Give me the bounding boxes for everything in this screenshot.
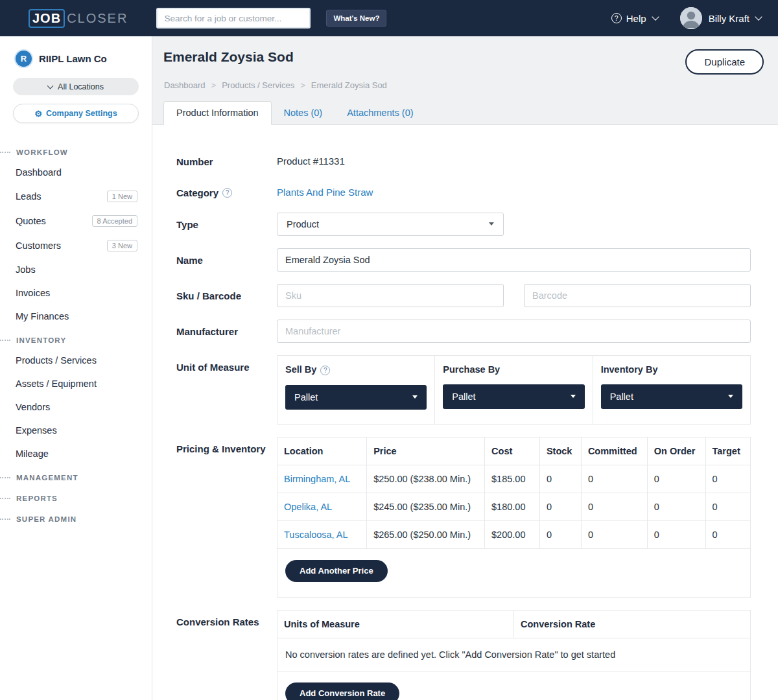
manufacturer-input[interactable] <box>277 320 751 343</box>
sidebar-section-workflow: WORKFLOW <box>0 140 152 161</box>
inventory-by-column: Inventory By Pallet <box>593 356 750 424</box>
pricing-header-row: Location Price Cost Stock Committed On O… <box>277 438 750 465</box>
sidebar-section-reports[interactable]: REPORTS <box>0 486 152 507</box>
sidebar-item-label: My Finances <box>16 311 69 321</box>
conversion-header-row: Units of Measure Conversion Rate <box>277 611 750 638</box>
on-order-cell: 0 <box>647 465 705 493</box>
number-label: Number <box>176 150 277 169</box>
app-logo[interactable]: JOB CLOSER <box>29 9 128 28</box>
sidebar-item-leads[interactable]: Leads 1 New <box>0 184 152 209</box>
sidebar-item-my-finances[interactable]: My Finances <box>0 305 152 328</box>
sidebar-item-label: Mileage <box>16 449 49 459</box>
category-row: Category Plants And Pine Straw <box>176 181 751 200</box>
price-cell: $250.00 ($238.00 Min.) <box>367 465 485 493</box>
sidebar-item-label: Invoices <box>16 288 50 298</box>
sidebar-section-management[interactable]: MANAGEMENT <box>0 465 152 486</box>
sidebar-item-quotes[interactable]: Quotes 8 Accepted <box>0 209 152 233</box>
sidebar-section-super-admin[interactable]: SUPER ADMIN <box>0 507 152 528</box>
category-label-text: Category <box>176 187 218 200</box>
number-value: Product #11331 <box>277 150 751 169</box>
sidebar-item-mileage[interactable]: Mileage <box>0 442 152 465</box>
breadcrumb-products-services[interactable]: Products / Services <box>222 80 294 90</box>
sidebar-item-label: Leads <box>16 191 41 202</box>
sidebar-item-customers[interactable]: Customers 3 New <box>0 233 152 258</box>
help-label: Help <box>626 13 646 24</box>
tab-attachments[interactable]: Attachments (0) <box>335 102 425 124</box>
location-selector[interactable]: All Locations <box>13 78 139 95</box>
col-stock: Stock <box>539 438 581 465</box>
sidebar-item-products-services[interactable]: Products / Services <box>0 349 152 372</box>
whats-new-button[interactable]: What's New? <box>326 10 386 27</box>
logo-primary-text: JOB <box>29 9 65 28</box>
sidebar-item-label: Dashboard <box>16 167 62 178</box>
target-cell: 0 <box>705 465 750 493</box>
global-search-input[interactable] <box>156 8 311 29</box>
unit-of-measure-block: Sell By Pallet Purchase By Pallet <box>277 355 751 425</box>
sidebar-item-expenses[interactable]: Expenses <box>0 419 152 442</box>
category-link[interactable]: Plants And Pine Straw <box>277 187 373 198</box>
sidebar-item-label: Vendors <box>16 402 50 412</box>
help-icon <box>611 13 622 23</box>
breadcrumb-dashboard[interactable]: Dashboard <box>164 80 206 90</box>
breadcrumb-separator: > <box>300 80 305 90</box>
table-row: Tuscaloosa, AL $265.00 ($250.00 Min.) $2… <box>277 520 750 548</box>
page-title: Emerald Zoysia Sod <box>163 49 294 65</box>
conversion-empty-state: No conversion rates are defined yet. Cli… <box>277 638 750 671</box>
tab-product-information[interactable]: Product Information <box>163 101 272 125</box>
barcode-input[interactable] <box>524 284 751 307</box>
cost-cell: $185.00 <box>485 465 540 493</box>
col-cost: Cost <box>485 438 540 465</box>
sell-by-select[interactable]: Pallet <box>285 385 427 410</box>
purchase-by-value: Pallet <box>452 391 475 402</box>
chevron-down-icon <box>652 13 659 20</box>
location-link[interactable]: Tuscaloosa, AL <box>284 530 348 540</box>
inventory-by-select[interactable]: Pallet <box>601 384 742 409</box>
manufacturer-label: Manufacturer <box>176 320 277 343</box>
type-select[interactable]: Product <box>277 213 504 236</box>
sidebar-item-jobs[interactable]: Jobs <box>0 258 152 281</box>
help-menu[interactable]: Help <box>611 13 658 24</box>
sidebar-item-label: Quotes <box>16 216 46 226</box>
category-help-icon[interactable] <box>222 188 232 198</box>
committed-cell: 0 <box>581 465 647 493</box>
company-settings-button[interactable]: Company Settings <box>13 104 139 123</box>
on-order-cell: 0 <box>647 520 705 548</box>
tab-notes[interactable]: Notes (0) <box>272 102 335 124</box>
duplicate-button[interactable]: Duplicate <box>685 49 764 75</box>
type-label: Type <box>176 213 277 236</box>
type-select-value: Product <box>287 219 319 229</box>
sidebar-item-invoices[interactable]: Invoices <box>0 281 152 305</box>
location-link[interactable]: Birmingham, AL <box>284 474 350 484</box>
category-label: Category <box>176 181 277 200</box>
name-input[interactable] <box>277 248 751 272</box>
breadcrumb-separator: > <box>211 80 217 90</box>
conversion-rates-label: Conversion Rates <box>176 610 277 700</box>
add-another-price-button[interactable]: Add Another Price <box>285 560 388 582</box>
col-on-order: On Order <box>647 438 705 465</box>
col-target: Target <box>705 438 750 465</box>
col-committed: Committed <box>581 438 647 465</box>
add-conversion-rate-button[interactable]: Add Conversion Rate <box>285 682 399 700</box>
user-menu[interactable]: Billy Kraft <box>680 7 761 29</box>
sidebar-item-assets-equipment[interactable]: Assets / Equipment <box>0 372 152 395</box>
sell-by-help-icon[interactable] <box>320 366 330 375</box>
avatar <box>680 7 702 29</box>
sidebar-item-label: Customers <box>16 240 61 251</box>
leads-badge: 1 New <box>107 191 137 202</box>
purchase-by-header: Purchase By <box>443 364 584 375</box>
purchase-by-column: Purchase By Pallet <box>435 356 593 424</box>
on-order-cell: 0 <box>647 493 705 520</box>
breadcrumb: Dashboard > Products / Services > Emeral… <box>152 75 778 90</box>
sidebar-item-vendors[interactable]: Vendors <box>0 395 152 419</box>
sell-by-value: Pallet <box>294 392 318 402</box>
sidebar-item-dashboard[interactable]: Dashboard <box>0 161 152 184</box>
sell-by-header: Sell By <box>285 364 427 375</box>
company-header: R RIIPL Lawn Co <box>0 36 152 67</box>
purchase-by-select[interactable]: Pallet <box>443 384 584 409</box>
pricing-inventory-label: Pricing & Inventory <box>176 437 277 598</box>
committed-cell: 0 <box>581 520 647 548</box>
sku-input[interactable] <box>277 284 504 307</box>
name-label: Name <box>176 248 277 272</box>
location-link[interactable]: Opelika, AL <box>284 502 332 512</box>
chevron-down-icon <box>47 82 54 89</box>
